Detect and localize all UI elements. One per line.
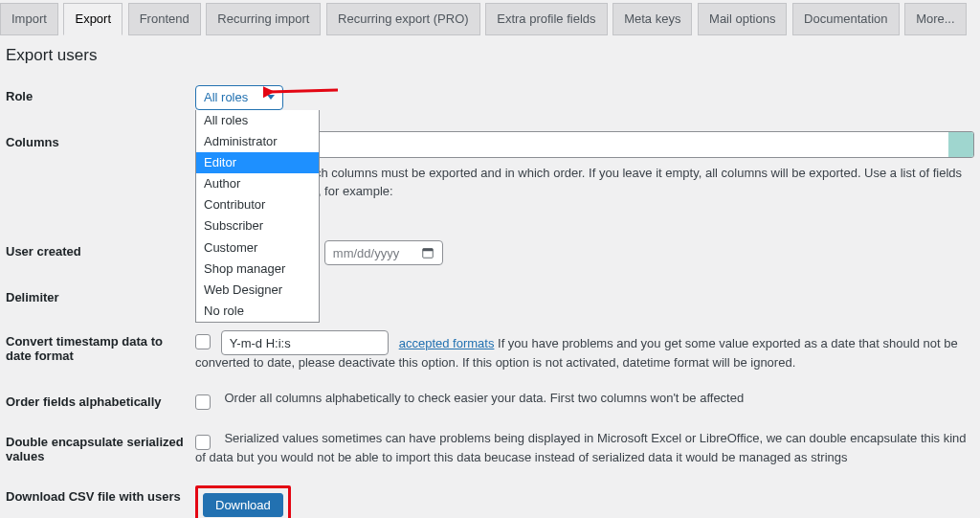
role-option[interactable]: Shop manager xyxy=(196,259,319,280)
download-label: Download CSV file with users xyxy=(6,485,195,504)
role-option[interactable]: Customer xyxy=(196,237,319,259)
tab-recurring-import[interactable]: Recurring import xyxy=(206,3,321,35)
tab-documentation[interactable]: Documentation xyxy=(792,3,899,35)
delimiter-label: Delimiter xyxy=(6,286,195,304)
role-label: Role xyxy=(6,85,195,103)
accepted-formats-link[interactable]: accepted formats xyxy=(399,336,495,350)
double-encapsulate-label: Double encapsulate serialized values xyxy=(6,431,195,463)
timestamp-label: Convert timestamp data to date format xyxy=(6,330,195,363)
tab-bar: Import Export Frontend Recurring import … xyxy=(0,0,980,34)
order-alpha-help: Order all columns alphabetically to chec… xyxy=(224,391,744,405)
role-option[interactable]: Contributor xyxy=(196,194,319,215)
role-select[interactable]: All roles xyxy=(195,85,283,110)
role-dropdown-listbox[interactable]: All rolesAdministratorEditorAuthorContri… xyxy=(195,110,320,324)
role-option[interactable]: No role xyxy=(196,301,319,322)
svg-rect-3 xyxy=(423,249,434,252)
role-option[interactable]: Author xyxy=(196,173,319,194)
tab-extra-profile-fields[interactable]: Extra profile fields xyxy=(485,3,607,35)
page-title: Export users xyxy=(6,46,980,65)
role-option[interactable]: Editor xyxy=(196,152,319,173)
tab-mail-options[interactable]: Mail options xyxy=(698,3,787,35)
tab-frontend[interactable]: Frontend xyxy=(128,3,201,35)
order-alpha-label: Order fields alphabetically xyxy=(6,391,195,409)
tab-more[interactable]: More... xyxy=(904,3,966,35)
double-encapsulate-checkbox[interactable] xyxy=(195,435,211,450)
annotation-highlight: Download xyxy=(195,485,291,518)
role-option[interactable]: Administrator xyxy=(196,131,319,152)
tab-recurring-export-pro[interactable]: Recurring export (PRO) xyxy=(326,3,480,35)
role-select-value: All roles xyxy=(204,90,248,104)
user-created-to-placeholder: mm/dd/yyyy xyxy=(333,246,399,260)
columns-label: Columns xyxy=(6,131,195,149)
user-created-label: User created xyxy=(6,240,195,259)
timestamp-format-input[interactable]: Y-m-d H:i:s xyxy=(221,330,389,355)
user-created-to[interactable]: mm/dd/yyyy xyxy=(324,240,443,265)
role-option[interactable]: Subscriber xyxy=(196,215,319,236)
timestamp-checkbox[interactable] xyxy=(195,334,211,349)
role-option[interactable]: All roles xyxy=(196,110,319,131)
double-encapsulate-help: Serialized values sometimes can have pro… xyxy=(195,431,967,464)
download-button[interactable]: Download xyxy=(203,493,283,517)
order-alpha-checkbox[interactable] xyxy=(195,394,211,410)
columns-input-addon[interactable] xyxy=(948,132,973,157)
role-option[interactable]: Web Designer xyxy=(196,280,319,301)
chevron-down-icon xyxy=(267,95,275,100)
tab-meta-keys[interactable]: Meta keys xyxy=(612,3,692,35)
tab-export[interactable]: Export xyxy=(63,3,122,35)
calendar-icon xyxy=(421,246,434,259)
tab-import[interactable]: Import xyxy=(0,3,58,35)
